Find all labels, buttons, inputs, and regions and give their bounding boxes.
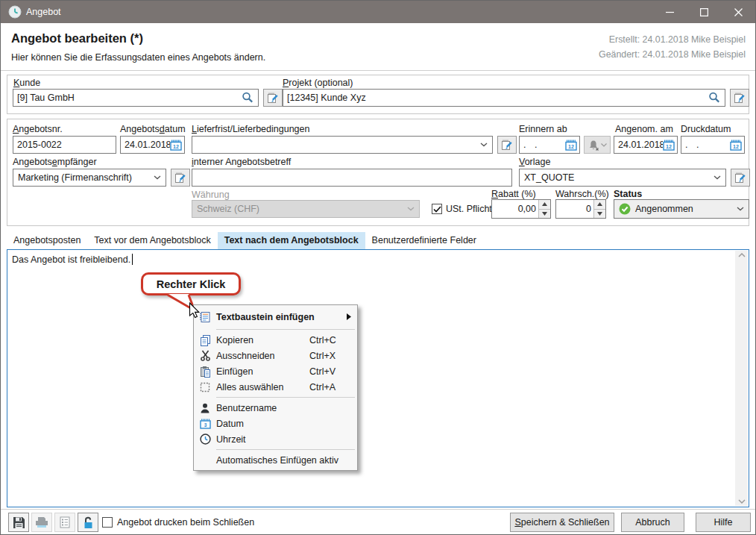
menu-separator <box>216 449 355 450</box>
projekt-input[interactable]: [12345] Kunde Xyz <box>283 89 725 107</box>
angebotsnr-input[interactable]: 2015-0022 <box>13 136 116 154</box>
menu-item-alles-auswaehlen[interactable]: Alles auswählen Ctrl+A <box>194 379 357 395</box>
waehrung-combobox: Schweiz (CHF) <box>192 200 420 218</box>
vorlage-combobox[interactable]: XT_QUOTE <box>519 169 726 187</box>
scroll-down-icon <box>738 499 746 504</box>
status-combobox[interactable]: Angenommen <box>614 199 749 219</box>
cancel-button[interactable]: Abbruch <box>621 513 684 532</box>
interner-betreff-input[interactable] <box>192 169 512 187</box>
header-divider <box>1 70 755 71</box>
projekt-label: Projekt (optional) <box>283 78 353 88</box>
close-button[interactable] <box>721 1 755 23</box>
save-icon <box>13 516 25 529</box>
tab-benutzerdefinierte-felder[interactable]: Benutzerdefinierte Felder <box>365 232 483 249</box>
angenommen-am-input[interactable]: 24.01.2018 12 <box>614 136 678 154</box>
save-close-button[interactable]: Speichern & Schließen <box>510 513 614 532</box>
maximize-button[interactable] <box>687 1 721 23</box>
spin-down-button[interactable] <box>539 209 550 219</box>
modified-info: Geändert: 24.01.2018 Mike Beispiel <box>599 49 746 60</box>
tab-text-vor-angebotsblock[interactable]: Text vor dem Angebotsblock <box>87 232 217 249</box>
calendar-icon[interactable]: 12 <box>663 140 675 151</box>
maximize-icon <box>700 8 708 16</box>
lieferfrist-edit-button[interactable] <box>497 136 517 154</box>
spin-down-button[interactable] <box>594 209 605 219</box>
svg-text:12: 12 <box>733 143 739 148</box>
context-menu: Textbaustein einfügen Kopieren Ctrl+C Au… <box>193 304 358 471</box>
kunde-input[interactable]: [9] Tau GmbH <box>13 89 259 107</box>
erinnern-ab-input[interactable]: . . 12 <box>519 136 580 154</box>
calendar-icon[interactable]: 12 <box>565 140 577 151</box>
tab-angebotsposten[interactable]: Angebotsposten <box>7 232 87 249</box>
submenu-arrow-icon <box>347 313 351 320</box>
menu-item-datum[interactable]: 3 Datum <box>194 416 357 431</box>
text-caret <box>132 254 133 265</box>
copy-icon <box>194 334 216 346</box>
svg-text:3: 3 <box>204 422 207 428</box>
menu-separator <box>216 397 355 398</box>
calendar-icon[interactable]: 12 <box>170 140 182 151</box>
svg-text:12: 12 <box>666 143 672 148</box>
menu-item-benutzername[interactable]: Benutzername <box>194 400 357 416</box>
report-button[interactable] <box>54 513 75 532</box>
wahrsch-spinner[interactable]: 0 <box>555 199 606 219</box>
search-icon[interactable] <box>242 92 254 104</box>
edit-note-icon <box>734 172 746 184</box>
minimize-icon <box>666 8 674 16</box>
tab-bar: Angebotsposten Text vor dem Angebotsbloc… <box>7 231 483 249</box>
check-icon <box>433 206 441 213</box>
cut-icon <box>194 350 216 361</box>
status-accepted-icon <box>619 203 631 215</box>
bell-off-icon <box>588 140 599 151</box>
scroll-up-icon <box>738 253 746 257</box>
rabatt-label: Rabatt (%) <box>491 189 536 199</box>
vertical-scrollbar[interactable] <box>735 251 748 506</box>
callout-bubble: Rechter Klick <box>141 272 241 295</box>
created-info: Erstellt: 24.01.2018 Mike Beispiel <box>609 34 746 45</box>
angebotsnr-label: Angebotsnr. <box>13 124 63 134</box>
reminder-bell-button[interactable] <box>584 136 611 154</box>
help-button[interactable]: Hilfe <box>696 513 751 532</box>
status-label: Status <box>614 189 642 199</box>
svg-text:12: 12 <box>173 143 179 148</box>
menu-item-textbaustein[interactable]: Textbaustein einfügen <box>194 307 357 327</box>
vorlage-edit-button[interactable] <box>731 169 750 187</box>
calendar-icon[interactable]: 12 <box>730 140 742 151</box>
menu-item-automatisches-einfuegen[interactable]: Automatisches Einfügen aktiv <box>194 452 357 469</box>
print-button[interactable] <box>31 513 52 532</box>
select-all-icon <box>194 382 216 392</box>
ust-pflichtig-checkbox[interactable] <box>432 204 442 214</box>
menu-item-kopieren[interactable]: Kopieren Ctrl+C <box>194 332 357 348</box>
minimize-button[interactable] <box>652 1 687 23</box>
kunde-label: Kunde <box>13 78 40 88</box>
rabatt-spinner[interactable]: 0,00 <box>491 199 551 219</box>
angebotsempfaenger-edit-button[interactable] <box>171 169 190 187</box>
angebotsdatum-label: Angebotsdatum <box>120 124 186 134</box>
druckdatum-input[interactable]: . . 12 <box>681 136 745 154</box>
tab-text-nach-angebotsblock[interactable]: Text nach dem Angebotsblock <box>218 232 365 249</box>
close-icon <box>734 8 743 16</box>
chevron-down-icon <box>714 175 721 180</box>
save-button[interactable] <box>8 513 29 532</box>
spin-up-button[interactable] <box>594 200 605 209</box>
lieferfrist-combobox[interactable] <box>192 136 493 154</box>
menu-separator <box>216 329 355 330</box>
spin-up-button[interactable] <box>539 200 550 209</box>
waehrung-label: Währung <box>192 190 230 200</box>
edit-note-icon <box>174 172 186 184</box>
editor-text: Das Angebot ist freibleibend. <box>12 254 133 265</box>
calendar-icon: 3 <box>194 419 216 429</box>
chevron-down-icon <box>480 143 488 147</box>
menu-item-einfuegen[interactable]: Einfügen Ctrl+V <box>194 363 357 379</box>
angebotsdatum-input[interactable]: 24.01.2018 12 <box>120 136 185 154</box>
vorlage-label: Vorlage <box>519 157 550 167</box>
projekt-edit-button[interactable] <box>730 89 749 107</box>
angebotsempfaenger-label: Angebotsempfänger <box>13 157 97 167</box>
angebotsempfaenger-combobox[interactable]: Marketing (Firmenanschrift) <box>13 169 166 187</box>
search-icon[interactable] <box>708 92 721 104</box>
menu-item-ausschneiden[interactable]: Ausschneiden Ctrl+X <box>194 348 357 363</box>
offer-text-editor[interactable]: Das Angebot ist freibleibend. <box>7 249 749 507</box>
kunde-edit-button[interactable] <box>263 89 283 107</box>
print-on-close-checkbox[interactable] <box>102 517 113 528</box>
lock-button[interactable] <box>78 513 98 532</box>
menu-item-uhrzeit[interactable]: Uhrzeit <box>194 431 357 447</box>
